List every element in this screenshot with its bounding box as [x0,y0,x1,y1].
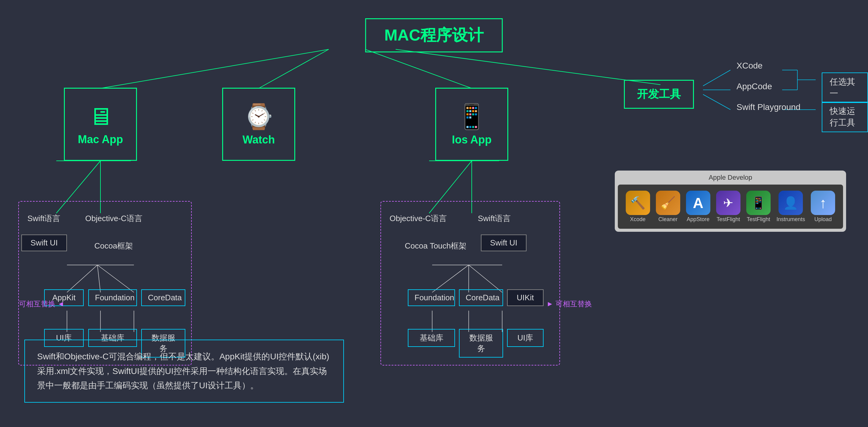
ios-objc-lang: Objective-C语言 [390,213,447,224]
ios-app-node: 📱 Ios App [435,88,508,161]
testflight-icon: ✈ [716,191,741,215]
apple-dev-panel: Apple Develop 🔨 Xcode 🧹 Cleaner A AppSto… [615,171,846,232]
svg-line-3 [396,49,660,85]
icon-cleaner: 🧹 Cleaner [656,191,680,223]
ios-uikit-box: UIKit [507,289,544,306]
app-green-icon: 📱 [746,191,771,215]
icon-testflight: ✈ TestFlight [716,191,741,223]
mac-swift-ui-box: Swift UI [21,234,67,251]
watch-icon: ⌚ [244,102,274,131]
watch-node: ⌚ Watch [222,88,295,161]
mac-app-icon: 🖥 [88,103,113,131]
apple-dev-icons: 🔨 Xcode 🧹 Cleaner A AppStore ✈ TestFligh… [618,184,843,229]
apple-dev-title: Apple Develop [618,174,843,181]
svg-line-1 [259,49,329,88]
ios-foundation-box: Foundation [408,289,455,306]
app-store-icon: A [686,191,710,215]
ios-swift-lang: Swift语言 [478,213,511,224]
mac-swift-lang: Swift语言 [27,213,60,224]
quick-run-box: 快速运行工具 [822,102,868,132]
mac-app-node: 🖥 Mac App [64,88,137,161]
xcode-label: XCode [737,61,763,70]
instruments-icon: 👤 [778,191,803,215]
dev-tools-box: 开发工具 [624,80,694,109]
optional-one-box: 任选其一 [822,73,868,103]
icon-instruments: 👤 Instruments [776,191,805,223]
svg-line-0 [100,49,329,88]
main-title: MAC程序设计 [365,18,503,52]
ios-coredata-box: CoreData [459,289,503,306]
cleaner-app-icon: 🧹 [656,191,680,215]
ios-cocoa-touch-label: Cocoa Touch框架 [405,240,467,251]
ios-ui-lib-box: UI库 [507,329,544,347]
xcode-app-icon: 🔨 [626,191,650,215]
svg-line-26 [703,94,731,110]
icon-xcode: 🔨 Xcode [626,191,650,223]
appcode-label: AppCode [737,82,772,91]
watch-label: Watch [243,134,275,146]
ios-app-icon: 📱 [457,102,487,131]
mac-mutual-label: 可相互替换 ◂ [19,298,63,309]
svg-line-2 [365,49,472,88]
mac-app-label: Mac App [78,133,123,146]
ios-app-label: Ios App [452,134,492,146]
mac-cocoa-label: Cocoa框架 [94,240,133,251]
mac-coredata-box: CoreData [141,289,185,306]
swift-playground-label: Swift Playground [737,102,800,112]
mac-objc-lang: Objective-C语言 [85,213,143,224]
icon-app-green: 📱 TestFlight [746,191,771,223]
icon-upload: ↑ Upload [811,191,835,223]
ios-mutual-label: ▸ 可相互替换 [548,298,592,309]
ios-data-service-box: 数据服务 [459,329,503,358]
icon-app-store: A AppStore [686,191,710,223]
upload-icon: ↑ [811,191,835,215]
note-box: Swift和Objective-C可混合编程，但不是太建议。AppKit提供的U… [24,340,344,403]
svg-line-24 [703,70,731,86]
ios-swift-ui-box: Swift UI [481,234,527,251]
ios-base-lib-box: 基础库 [408,329,455,347]
mac-foundation-box: Foundation [88,289,137,306]
